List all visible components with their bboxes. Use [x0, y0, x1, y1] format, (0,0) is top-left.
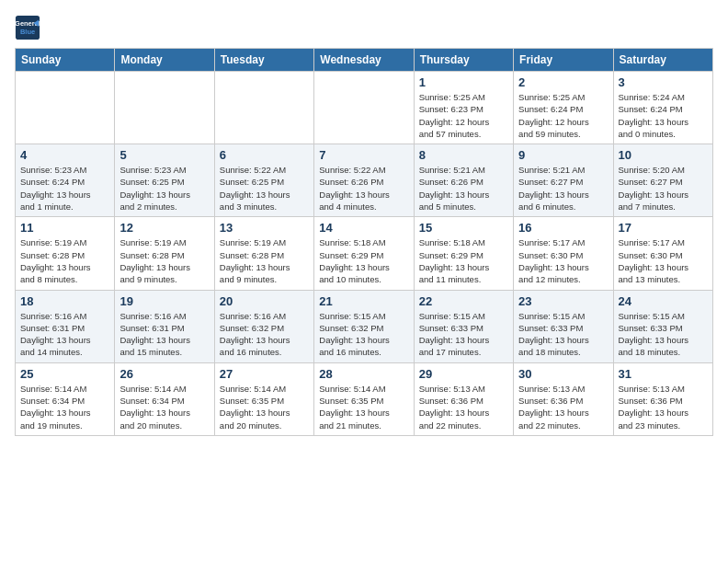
day-number: 9 — [518, 148, 608, 162]
day-info: Sunrise: 5:14 AM Sunset: 6:34 PM Dayligh… — [20, 383, 109, 431]
calendar-cell: 13Sunrise: 5:19 AM Sunset: 6:28 PM Dayli… — [214, 217, 313, 290]
day-number: 4 — [20, 148, 109, 162]
day-info: Sunrise: 5:15 AM Sunset: 6:33 PM Dayligh… — [518, 310, 608, 359]
day-info: Sunrise: 5:21 AM Sunset: 6:27 PM Dayligh… — [518, 164, 608, 213]
day-number: 1 — [419, 75, 508, 89]
day-number: 14 — [319, 221, 408, 235]
calendar-cell: 20Sunrise: 5:16 AM Sunset: 6:32 PM Dayli… — [214, 290, 313, 362]
day-info: Sunrise: 5:23 AM Sunset: 6:24 PM Dayligh… — [20, 164, 109, 213]
day-number: 16 — [518, 221, 608, 235]
day-number: 2 — [518, 75, 608, 89]
calendar-cell: 24Sunrise: 5:15 AM Sunset: 6:33 PM Dayli… — [613, 290, 712, 362]
calendar-cell: 3Sunrise: 5:24 AM Sunset: 6:24 PM Daylig… — [613, 72, 712, 144]
day-info: Sunrise: 5:15 AM Sunset: 6:32 PM Dayligh… — [319, 310, 408, 359]
day-number: 26 — [119, 367, 209, 381]
day-number: 31 — [619, 367, 708, 381]
weekday-header-monday: Monday — [115, 49, 214, 72]
logo: General Blue — [15, 15, 42, 40]
day-info: Sunrise: 5:15 AM Sunset: 6:33 PM Dayligh… — [619, 310, 708, 359]
weekday-header-sunday: Sunday — [16, 49, 115, 72]
day-number: 10 — [619, 148, 708, 162]
calendar-cell: 15Sunrise: 5:18 AM Sunset: 6:29 PM Dayli… — [414, 217, 513, 290]
calendar-cell: 21Sunrise: 5:15 AM Sunset: 6:32 PM Dayli… — [314, 290, 414, 362]
calendar-cell: 23Sunrise: 5:15 AM Sunset: 6:33 PM Dayli… — [514, 290, 613, 362]
day-info: Sunrise: 5:22 AM Sunset: 6:25 PM Dayligh… — [220, 164, 309, 213]
calendar-cell: 25Sunrise: 5:14 AM Sunset: 6:34 PM Dayli… — [16, 362, 115, 435]
day-number: 7 — [319, 148, 408, 162]
day-info: Sunrise: 5:23 AM Sunset: 6:25 PM Dayligh… — [119, 164, 209, 213]
day-number: 8 — [419, 148, 508, 162]
day-number: 28 — [319, 367, 408, 381]
calendar-cell: 6Sunrise: 5:22 AM Sunset: 6:25 PM Daylig… — [214, 144, 313, 217]
day-info: Sunrise: 5:19 AM Sunset: 6:28 PM Dayligh… — [119, 236, 209, 285]
calendar-cell: 1Sunrise: 5:25 AM Sunset: 6:23 PM Daylig… — [414, 72, 513, 144]
day-info: Sunrise: 5:21 AM Sunset: 6:26 PM Dayligh… — [419, 164, 508, 213]
calendar-cell: 17Sunrise: 5:17 AM Sunset: 6:30 PM Dayli… — [613, 217, 712, 290]
calendar-cell: 18Sunrise: 5:16 AM Sunset: 6:31 PM Dayli… — [16, 290, 115, 362]
day-info: Sunrise: 5:16 AM Sunset: 6:32 PM Dayligh… — [220, 310, 309, 359]
day-info: Sunrise: 5:16 AM Sunset: 6:31 PM Dayligh… — [20, 310, 109, 359]
day-number: 20 — [220, 294, 309, 308]
day-info: Sunrise: 5:14 AM Sunset: 6:34 PM Dayligh… — [119, 383, 209, 431]
day-info: Sunrise: 5:20 AM Sunset: 6:27 PM Dayligh… — [619, 164, 708, 213]
calendar-cell: 30Sunrise: 5:13 AM Sunset: 6:36 PM Dayli… — [514, 362, 613, 435]
weekday-header-thursday: Thursday — [414, 49, 513, 72]
day-info: Sunrise: 5:22 AM Sunset: 6:26 PM Dayligh… — [319, 164, 408, 213]
calendar-cell: 28Sunrise: 5:14 AM Sunset: 6:35 PM Dayli… — [314, 362, 414, 435]
calendar-cell — [214, 72, 313, 144]
day-info: Sunrise: 5:19 AM Sunset: 6:28 PM Dayligh… — [220, 236, 309, 285]
calendar-cell: 27Sunrise: 5:14 AM Sunset: 6:35 PM Dayli… — [214, 362, 313, 435]
weekday-header-friday: Friday — [514, 49, 613, 72]
day-info: Sunrise: 5:18 AM Sunset: 6:29 PM Dayligh… — [319, 236, 408, 285]
day-number: 15 — [419, 221, 508, 235]
day-number: 3 — [619, 75, 708, 89]
calendar-cell: 29Sunrise: 5:13 AM Sunset: 6:36 PM Dayli… — [414, 362, 513, 435]
day-info: Sunrise: 5:17 AM Sunset: 6:30 PM Dayligh… — [518, 236, 608, 285]
calendar-cell: 11Sunrise: 5:19 AM Sunset: 6:28 PM Dayli… — [16, 217, 115, 290]
calendar-cell: 16Sunrise: 5:17 AM Sunset: 6:30 PM Dayli… — [514, 217, 613, 290]
calendar-cell: 2Sunrise: 5:25 AM Sunset: 6:24 PM Daylig… — [514, 72, 613, 144]
svg-text:Blue: Blue — [20, 28, 35, 36]
day-number: 12 — [119, 221, 209, 235]
calendar-cell — [16, 72, 115, 144]
calendar-cell: 26Sunrise: 5:14 AM Sunset: 6:34 PM Dayli… — [115, 362, 214, 435]
calendar-cell: 14Sunrise: 5:18 AM Sunset: 6:29 PM Dayli… — [314, 217, 414, 290]
day-info: Sunrise: 5:13 AM Sunset: 6:36 PM Dayligh… — [518, 383, 608, 431]
day-number: 11 — [20, 221, 109, 235]
weekday-header-wednesday: Wednesday — [314, 49, 414, 72]
day-number: 17 — [619, 221, 708, 235]
day-info: Sunrise: 5:14 AM Sunset: 6:35 PM Dayligh… — [319, 383, 408, 431]
calendar-cell: 31Sunrise: 5:13 AM Sunset: 6:36 PM Dayli… — [613, 362, 712, 435]
day-info: Sunrise: 5:14 AM Sunset: 6:35 PM Dayligh… — [220, 383, 309, 431]
calendar-cell — [314, 72, 414, 144]
calendar-table: SundayMondayTuesdayWednesdayThursdayFrid… — [15, 48, 713, 436]
day-info: Sunrise: 5:24 AM Sunset: 6:24 PM Dayligh… — [619, 91, 708, 140]
calendar-cell: 5Sunrise: 5:23 AM Sunset: 6:25 PM Daylig… — [115, 144, 214, 217]
calendar-cell: 10Sunrise: 5:20 AM Sunset: 6:27 PM Dayli… — [613, 144, 712, 217]
calendar-cell: 12Sunrise: 5:19 AM Sunset: 6:28 PM Dayli… — [115, 217, 214, 290]
weekday-header-saturday: Saturday — [613, 49, 712, 72]
calendar-cell — [115, 72, 214, 144]
day-number: 19 — [119, 294, 209, 308]
day-info: Sunrise: 5:13 AM Sunset: 6:36 PM Dayligh… — [419, 383, 508, 431]
day-number: 5 — [119, 148, 209, 162]
day-number: 30 — [518, 367, 608, 381]
day-number: 21 — [319, 294, 408, 308]
day-number: 22 — [419, 294, 508, 308]
day-info: Sunrise: 5:19 AM Sunset: 6:28 PM Dayligh… — [20, 236, 109, 285]
day-info: Sunrise: 5:13 AM Sunset: 6:36 PM Dayligh… — [619, 383, 708, 431]
calendar-cell: 8Sunrise: 5:21 AM Sunset: 6:26 PM Daylig… — [414, 144, 513, 217]
calendar-cell: 19Sunrise: 5:16 AM Sunset: 6:31 PM Dayli… — [115, 290, 214, 362]
day-number: 18 — [20, 294, 109, 308]
calendar-cell: 9Sunrise: 5:21 AM Sunset: 6:27 PM Daylig… — [514, 144, 613, 217]
day-number: 27 — [220, 367, 309, 381]
calendar-cell: 7Sunrise: 5:22 AM Sunset: 6:26 PM Daylig… — [314, 144, 414, 217]
weekday-header-tuesday: Tuesday — [214, 49, 313, 72]
day-number: 13 — [220, 221, 309, 235]
calendar-cell: 22Sunrise: 5:15 AM Sunset: 6:33 PM Dayli… — [414, 290, 513, 362]
calendar-cell: 4Sunrise: 5:23 AM Sunset: 6:24 PM Daylig… — [16, 144, 115, 217]
day-number: 29 — [419, 367, 508, 381]
day-info: Sunrise: 5:25 AM Sunset: 6:23 PM Dayligh… — [419, 91, 508, 140]
day-info: Sunrise: 5:15 AM Sunset: 6:33 PM Dayligh… — [419, 310, 508, 359]
day-number: 25 — [20, 367, 109, 381]
